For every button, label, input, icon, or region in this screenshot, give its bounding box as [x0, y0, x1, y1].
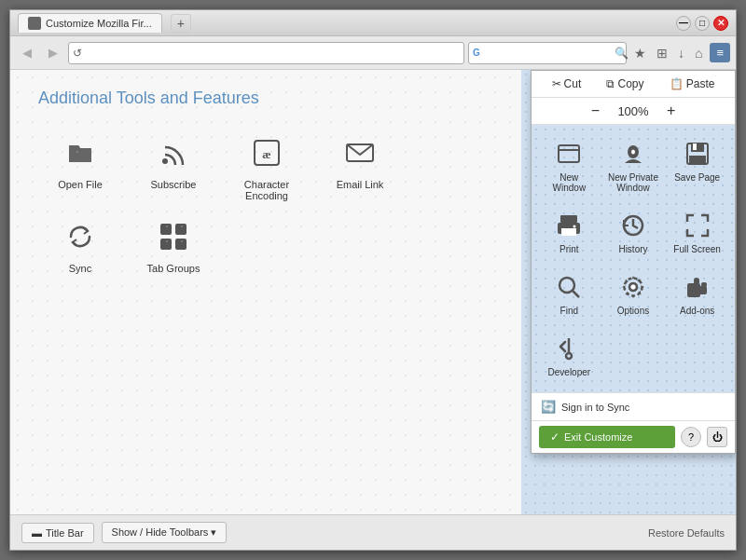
tab-title: Customize Mozilla Fir... — [46, 18, 152, 29]
addons-label: Add-ons — [680, 306, 714, 316]
bookmark-add-button[interactable]: ⊞ — [653, 44, 671, 62]
tool-subscribe[interactable]: Subscribe — [131, 131, 215, 201]
print-label: Print — [560, 244, 579, 254]
menu-item-save-page[interactable]: Save Page — [667, 132, 727, 200]
page-area: Additional Tools and Features Open File — [10, 70, 521, 514]
minimize-button[interactable]: — — [676, 16, 691, 31]
search-engine-icon: G — [473, 48, 480, 58]
download-button[interactable]: ↓ — [674, 44, 688, 62]
bottom-bar: ▬ Title Bar Show / Hide Toolbars ▾ Resto… — [10, 514, 736, 550]
svg-rect-7 — [175, 239, 186, 250]
menu-footer: 🔄 Sign in to Sync ✓ Exit Customize ? ⏻ — [532, 393, 735, 453]
new-window-label: New Window — [543, 172, 596, 193]
title-bar-button[interactable]: ▬ Title Bar — [21, 523, 94, 543]
menu-item-find[interactable]: Find — [539, 266, 600, 323]
open-file-label: Open File — [58, 179, 103, 190]
menu-button[interactable]: ≡ — [710, 43, 730, 62]
zoom-level: 100% — [615, 104, 652, 118]
sync-icon-small: 🔄 — [541, 400, 556, 414]
svg-rect-8 — [559, 145, 579, 162]
tab-groups-icon — [149, 215, 198, 257]
back-button[interactable]: ◀ — [16, 42, 38, 63]
bookmark-star-button[interactable]: ★ — [630, 44, 650, 62]
menu-item-new-private-window[interactable]: New Private Window — [603, 132, 664, 200]
tool-tab-groups[interactable]: Tab Groups — [131, 215, 215, 274]
tool-character-encoding[interactable]: æ Character Encoding — [225, 131, 309, 201]
maximize-button[interactable]: □ — [695, 16, 710, 31]
svg-rect-28 — [698, 286, 707, 294]
paste-button[interactable]: 📋 Paste — [666, 75, 719, 92]
full-screen-label: Full Screen — [673, 244, 721, 254]
sync-label: Sync — [69, 263, 91, 274]
svg-rect-18 — [561, 228, 576, 236]
subscribe-icon — [149, 131, 198, 173]
menu-actions-row: ✓ Exit Customize ? ⏻ — [532, 421, 735, 453]
url-input[interactable] — [85, 44, 460, 62]
power-button[interactable]: ⏻ — [707, 427, 727, 447]
menu-item-developer[interactable]: Developer — [539, 327, 600, 385]
checkmark-icon: ✓ — [550, 430, 560, 444]
tool-open-file[interactable]: Open File — [38, 131, 122, 201]
main-content: Additional Tools and Features Open File — [10, 70, 736, 514]
restore-defaults-button[interactable]: Restore Defaults — [648, 527, 725, 539]
svg-rect-15 — [689, 156, 706, 164]
menu-item-full-screen[interactable]: Full Screen — [667, 204, 727, 262]
show-hide-toolbars-button[interactable]: Show / Hide Toolbars ▾ — [102, 522, 228, 543]
zoom-out-button[interactable]: − — [586, 102, 605, 119]
forward-button[interactable]: ▶ — [42, 42, 64, 63]
email-link-icon — [336, 131, 384, 173]
subscribe-label: Subscribe — [151, 179, 197, 190]
svg-line-23 — [573, 291, 579, 297]
svg-point-20 — [573, 225, 576, 228]
copy-button[interactable]: ⧉ Copy — [602, 75, 647, 92]
history-icon — [619, 212, 647, 239]
character-encoding-label: Character Encoding — [225, 179, 309, 201]
search-icon[interactable]: 🔍 — [615, 47, 629, 60]
save-page-label: Save Page — [674, 172, 720, 183]
copy-icon: ⧉ — [606, 77, 615, 90]
email-link-label: Email Link — [337, 179, 384, 190]
find-label: Find — [560, 306, 578, 316]
svg-rect-5 — [175, 224, 186, 235]
menu-item-print[interactable]: Print — [539, 204, 600, 262]
tab-favicon — [28, 17, 41, 30]
menu-item-options[interactable]: Options — [603, 266, 664, 323]
new-tab-button[interactable]: + — [171, 14, 191, 33]
sign-in-row[interactable]: 🔄 Sign in to Sync — [532, 393, 735, 421]
svg-rect-6 — [160, 239, 172, 250]
developer-label: Developer — [548, 367, 591, 377]
cut-button[interactable]: ✂ Cut — [548, 75, 586, 92]
svg-rect-29 — [701, 282, 707, 287]
url-reload-icon[interactable]: ↺ — [73, 47, 82, 60]
title-bar-icon: ▬ — [32, 527, 42, 539]
window-frame: Customize Mozilla Fir... + — □ ✕ ◀ ▶ ↺ G… — [9, 9, 737, 551]
svg-text:æ: æ — [262, 147, 270, 161]
browser-tab[interactable]: Customize Mozilla Fir... — [18, 13, 162, 33]
menu-item-addons[interactable]: Add-ons — [667, 266, 727, 323]
sync-icon — [56, 215, 104, 257]
character-encoding-icon: æ — [242, 131, 291, 173]
tool-email-link[interactable]: Email Link — [318, 131, 402, 201]
right-panel: ✂ Cut ⧉ Copy 📋 Paste − 100% — [521, 70, 736, 514]
search-input[interactable] — [483, 44, 612, 62]
title-bar: Customize Mozilla Fir... + — □ ✕ — [10, 10, 736, 36]
open-file-icon — [56, 131, 104, 173]
paste-icon: 📋 — [670, 77, 684, 90]
tool-sync[interactable]: Sync — [38, 215, 122, 274]
menu-item-history[interactable]: History — [603, 204, 664, 262]
edit-row: ✂ Cut ⧉ Copy 📋 Paste — [532, 71, 735, 98]
new-window-icon — [555, 140, 583, 168]
svg-point-0 — [162, 158, 168, 164]
new-private-window-label: New Private Window — [607, 172, 660, 193]
home-button[interactable]: ⌂ — [691, 44, 706, 62]
history-label: History — [618, 244, 647, 254]
find-icon — [555, 273, 583, 301]
zoom-in-button[interactable]: + — [661, 102, 681, 119]
nav-icons: ★ ⊞ ↓ ⌂ — [630, 44, 706, 62]
sign-in-text: Sign in to Sync — [561, 402, 629, 413]
close-button[interactable]: ✕ — [713, 16, 728, 31]
exit-customize-button[interactable]: ✓ Exit Customize — [539, 426, 675, 448]
menu-item-new-window[interactable]: New Window — [539, 132, 600, 200]
help-button[interactable]: ? — [681, 427, 701, 447]
menu-panel: ✂ Cut ⧉ Copy 📋 Paste − 100% — [531, 70, 736, 454]
